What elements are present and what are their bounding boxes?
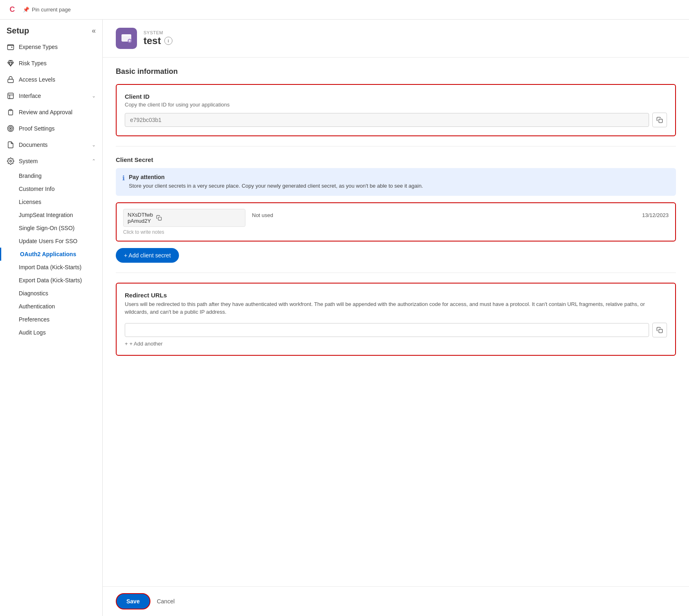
page-label: SYSTEM [144,30,172,35]
clipboard-icon [7,108,15,116]
redirect-urls-card: Redirect URLs Users will be redirected t… [116,283,676,356]
svg-rect-16 [158,217,161,220]
sidebar-sub-item-oauth2[interactable]: OAuth2 Applications [0,248,102,261]
target-icon [7,124,15,133]
svg-rect-13 [121,34,131,36]
pin-icon: 📌 [23,7,29,13]
sidebar-item-label: Proof Settings [19,125,55,132]
svg-point-11 [10,160,12,162]
sidebar-item-label: Interface [19,93,41,99]
sidebar-sub-item-jumpseat[interactable]: JumpSeat Integration [0,208,102,222]
page-title-row: test i [144,35,172,47]
sidebar-sub-item-sso[interactable]: Single Sign-On (SSO) [0,222,102,235]
chevron-up-icon: ⌃ [92,158,96,164]
sidebar-sub-item-update-users-sso[interactable]: Update Users For SSO [0,235,102,248]
add-client-secret-button[interactable]: + Add client secret [116,248,179,263]
redirect-url-input-row [125,323,667,337]
client-id-copy-button[interactable] [652,113,667,127]
page-title-text: test [144,35,161,47]
svg-text:C: C [10,5,15,13]
section-divider-1 [116,146,676,146]
content-area: SYSTEM test i Basic information Client I… [103,20,689,616]
sidebar-sub-item-licenses[interactable]: Licenses [0,195,102,208]
svg-rect-17 [659,329,662,333]
client-secret-label: Client Secret [116,156,676,163]
svg-rect-7 [10,109,12,111]
svg-rect-2 [8,45,14,50]
main-layout: Setup « Expense Types Risk Types Access … [0,20,689,616]
sidebar-item-review-approval[interactable]: Review and Approval [0,104,102,120]
secret-value-display: NXsDTfwb pAmud2Y [123,209,245,227]
app-logo: C [7,4,18,16]
sidebar-item-label: System [19,158,38,164]
sidebar-item-label: Access Levels [19,76,55,83]
sidebar-item-label: Documents [19,142,48,148]
sidebar-title: Setup [7,26,29,35]
secret-notes-input[interactable]: Click to write notes [123,229,245,235]
page-header: SYSTEM test i [103,20,689,58]
client-id-card: Client ID Copy the client ID for using y… [116,84,676,136]
chevron-down-icon: ⌄ [92,93,96,99]
svg-point-10 [10,128,11,129]
redirect-url-copy-button[interactable] [652,323,667,337]
sidebar-sub-item-customer-info[interactable]: Customer Info [0,182,102,195]
sidebar-item-expense-types[interactable]: Expense Types [0,39,102,55]
plus-icon: + [125,341,128,347]
secret-row: NXsDTfwb pAmud2Y Click to write notes No… [123,209,669,235]
info-icon[interactable]: i [164,37,172,45]
sidebar-sub-item-branding[interactable]: Branding [0,169,102,182]
wallet-icon [7,43,15,51]
redirect-urls-label: Redirect URLs [125,292,667,299]
secret-value-group: NXsDTfwb pAmud2Y Click to write notes [123,209,245,235]
svg-point-9 [9,127,13,131]
sidebar-sub-item-preferences[interactable]: Preferences [0,313,102,326]
secret-value-text: NXsDTfwb pAmud2Y [128,212,153,224]
sidebar: Setup « Expense Types Risk Types Access … [0,20,103,616]
content-body: Basic information Client ID Copy the cli… [103,58,689,586]
client-id-label: Client ID [125,93,667,100]
add-another-label: + Add another [130,341,163,347]
layout-icon [7,92,15,100]
attention-text: Store your client secrets in a very secu… [129,182,423,190]
section-title: Basic information [116,67,676,76]
sidebar-sub-item-import-data[interactable]: Import Data (Kick-Starts) [0,261,102,274]
secret-status: Not used [252,209,636,218]
sidebar-sub-item-audit-logs[interactable]: Audit Logs [0,326,102,339]
sidebar-item-interface[interactable]: Interface ⌄ [0,88,102,104]
gear-icon [7,157,15,165]
attention-content: Pay attention Store your client secrets … [129,174,423,190]
client-id-input[interactable] [125,113,649,127]
file-icon [7,141,15,149]
content-footer: Save Cancel [103,586,689,616]
save-button[interactable]: Save [116,593,150,609]
secret-date: 13/12/2023 [642,209,669,218]
svg-rect-3 [8,79,13,82]
attention-box: ℹ Pay attention Store your client secret… [116,168,676,196]
pin-current-page[interactable]: 📌 Pin current page [23,7,71,13]
topbar: C 📌 Pin current page [0,0,689,20]
sidebar-sub-item-export-data[interactable]: Export Data (Kick-Starts) [0,274,102,287]
sidebar-item-label: Review and Approval [19,109,73,115]
redirect-url-input[interactable] [125,323,649,337]
sidebar-sub-item-authentication[interactable]: Authentication [0,300,102,313]
sidebar-item-label: Expense Types [19,44,57,50]
sidebar-item-documents[interactable]: Documents ⌄ [0,137,102,153]
secret-copy-button[interactable] [156,215,162,221]
add-another-button[interactable]: + + Add another [125,341,667,347]
lock-icon [7,75,15,84]
sidebar-item-access-levels[interactable]: Access Levels [0,71,102,88]
sidebar-item-risk-types[interactable]: Risk Types [0,55,102,71]
svg-point-8 [8,126,14,132]
sidebar-header: Setup « [0,20,102,39]
cancel-button[interactable]: Cancel [157,598,175,605]
sidebar-item-system[interactable]: System ⌃ [0,153,102,169]
svg-rect-4 [8,93,13,99]
sidebar-sub-item-diagnostics[interactable]: Diagnostics [0,287,102,300]
section-divider-2 [116,273,676,273]
svg-rect-15 [659,119,662,123]
chevron-down-icon: ⌄ [92,142,96,148]
client-id-desc: Copy the client ID for using your applic… [125,102,667,108]
client-id-input-row [125,113,667,127]
sidebar-collapse-button[interactable]: « [92,27,96,35]
sidebar-item-proof-settings[interactable]: Proof Settings [0,120,102,137]
